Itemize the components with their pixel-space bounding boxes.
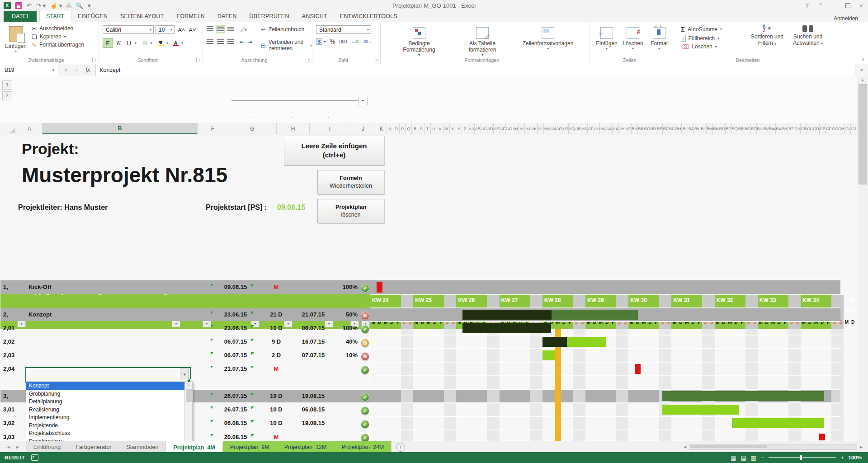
- orientation-icon[interactable]: ⤢▾: [241, 26, 247, 33]
- dropdown-item[interactable]: Projektende: [26, 422, 185, 430]
- column-header-Y[interactable]: Y: [456, 123, 462, 134]
- cell-26[interactable]: 10 D: [256, 406, 297, 413]
- column-header-AA[interactable]: AA: [468, 123, 475, 134]
- cell-22[interactable]: 2,03: [3, 352, 14, 359]
- column-header-F[interactable]: F: [198, 123, 228, 134]
- column-header-AV[interactable]: AV: [600, 123, 606, 134]
- column-header-BF[interactable]: BF: [663, 123, 669, 134]
- cell-27[interactable]: 3,02: [3, 420, 14, 426]
- zoom-in-icon[interactable]: +: [841, 455, 844, 460]
- ribbon-display-button[interactable]: ⌃: [814, 0, 827, 11]
- column-header-BW[interactable]: BW: [769, 123, 776, 134]
- column-header-BI[interactable]: BI: [682, 123, 688, 134]
- column-header-G[interactable]: G: [228, 123, 277, 134]
- horizontal-scroll-thumb[interactable]: [690, 445, 767, 448]
- cell-23[interactable]: 21.07.15: [215, 365, 256, 372]
- cell-21[interactable]: 9 D: [256, 338, 297, 345]
- normal-view-icon[interactable]: ▦: [731, 454, 736, 461]
- font-size-select[interactable]: 10▾: [156, 25, 175, 34]
- cell-21[interactable]: 06.07.15: [215, 338, 256, 345]
- column-header-I[interactable]: I: [310, 123, 350, 134]
- sheet-tab-projektplan_12m[interactable]: Projektplan_12M: [277, 441, 335, 453]
- ribbon-tab-überprüfen[interactable]: ÜBERPRÜFEN: [243, 11, 296, 22]
- cell-27[interactable]: 10 D: [256, 420, 297, 426]
- column-header-Z[interactable]: Z: [462, 123, 468, 134]
- dropdown-item[interactable]: Detailplanung: [26, 398, 185, 406]
- name-box-arrow-icon[interactable]: ▼: [52, 68, 58, 72]
- currency-icon[interactable]: $: [316, 38, 322, 45]
- column-header-CJ[interactable]: CJ: [851, 123, 857, 134]
- column-header-AC[interactable]: AC: [481, 123, 487, 134]
- paste-button[interactable]: Einfügen▾: [4, 24, 28, 60]
- quick-print-icon[interactable]: ⎙: [66, 3, 71, 9]
- cell-19[interactable]: 21 D: [256, 311, 297, 318]
- column-header-AF[interactable]: AF: [500, 123, 506, 134]
- merge-center-button[interactable]: ⊟Verbinden und zentrieren▾: [261, 39, 312, 52]
- sheet-tab-stammdaten[interactable]: Stammdaten: [119, 441, 166, 453]
- ribbon-tab-seitenlayout[interactable]: SEITENLAYOUT: [114, 11, 170, 22]
- insert-blank-row-button[interactable]: Leere Zeile einfügen(ctrl+e): [284, 136, 384, 165]
- align-top-icon[interactable]: [207, 26, 213, 32]
- sheet-tab-farbgenerator[interactable]: Farbgenerator: [68, 441, 119, 453]
- decrease-indent-icon[interactable]: ⇤: [240, 39, 244, 45]
- print-preview-icon[interactable]: 🔍: [76, 3, 83, 9]
- scroll-up-arrow-icon[interactable]: ▲: [857, 76, 868, 82]
- ribbon-tab-start[interactable]: START: [39, 11, 71, 22]
- font-dialog-launcher[interactable]: ↘: [196, 57, 201, 62]
- ribbon-tab-einfügen[interactable]: EINFÜGEN: [71, 11, 114, 22]
- cell-21[interactable]: 16.07.15: [293, 338, 334, 345]
- column-header-AP[interactable]: AP: [562, 123, 569, 134]
- cell-25[interactable]: 3,: [3, 392, 8, 399]
- italic-button[interactable]: K: [114, 38, 123, 47]
- cell-21[interactable]: 2,02: [3, 338, 14, 345]
- dropdown-item[interactable]: Projektreview: [26, 438, 185, 441]
- customize-qat-icon[interactable]: ▾: [88, 3, 91, 9]
- cell-27[interactable]: 06.08.15: [215, 420, 256, 426]
- format-as-table-button[interactable]: 🖉 Als Tabelleformatieren▾: [460, 24, 505, 61]
- font-name-select[interactable]: Calibri▾: [103, 25, 154, 34]
- insert-cells-button[interactable]: ⇦Einfügen▾: [594, 24, 619, 61]
- column-header-BD[interactable]: BD: [650, 123, 656, 134]
- column-header-BG[interactable]: BG: [669, 123, 675, 134]
- column-header-BZ[interactable]: BZ: [788, 123, 794, 134]
- cell-23[interactable]: 2,04: [3, 365, 14, 372]
- selected-cell-b19[interactable]: [25, 367, 191, 383]
- column-header-BR[interactable]: BR: [738, 123, 745, 134]
- increase-decimal-icon[interactable]: ←.0: [351, 39, 359, 44]
- column-header-CC[interactable]: CC: [807, 123, 813, 134]
- cell-17[interactable]: 100%: [330, 283, 358, 290]
- column-header-CE[interactable]: CE: [820, 123, 826, 134]
- number-dialog-launcher[interactable]: ↘: [374, 57, 379, 62]
- dropdown-scroll-thumb[interactable]: [186, 389, 192, 402]
- align-right-icon[interactable]: [227, 39, 234, 45]
- column-header-BU[interactable]: BU: [757, 123, 763, 134]
- scroll-up-icon[interactable]: ˄: [185, 382, 193, 387]
- ribbon-tab-entwicklertools[interactable]: ENTWICKLERTOOLS: [334, 11, 404, 22]
- cell-22[interactable]: 2 D: [256, 352, 297, 359]
- column-header-AE[interactable]: AE: [494, 123, 500, 134]
- clear-plan-button[interactable]: Projektplanlöschen: [317, 199, 384, 223]
- cell-20[interactable]: 23.06.15: [215, 325, 256, 331]
- column-header-CA[interactable]: CA: [794, 123, 801, 134]
- wrap-text-button[interactable]: ↩Zeilenumbruch: [261, 26, 304, 33]
- name-box[interactable]: B19▼: [0, 64, 58, 76]
- find-select-button[interactable]: Suchen und Auswählen ▾: [793, 24, 823, 46]
- expand-formula-bar-icon[interactable]: ▼: [855, 64, 868, 76]
- column-header-AG[interactable]: AG: [506, 123, 512, 134]
- column-header-Q[interactable]: Q: [406, 123, 412, 134]
- column-header-BA[interactable]: BA: [632, 123, 638, 134]
- close-button[interactable]: ×: [854, 0, 868, 11]
- cell-17[interactable]: Kick-Off: [28, 283, 52, 290]
- dropdown-scrollbar[interactable]: ˄ ˅: [184, 382, 193, 441]
- column-header-P[interactable]: P: [400, 123, 406, 134]
- column-header-X[interactable]: X: [450, 123, 456, 134]
- column-header-BL[interactable]: BL: [700, 123, 707, 134]
- page-break-view-icon[interactable]: ▥: [751, 454, 756, 461]
- column-header-AM[interactable]: AM: [544, 123, 550, 134]
- column-header-S[interactable]: S: [418, 123, 425, 134]
- cell-22[interactable]: 06.07.15: [215, 352, 256, 359]
- autosum-button[interactable]: ΣAutoSumme▾: [681, 25, 722, 33]
- delete-cells-button[interactable]: ✗Löschen▾: [621, 24, 645, 61]
- format-painter-button[interactable]: ✎Format übertragen: [32, 42, 84, 48]
- dropdown-item[interactable]: Realisierung: [26, 406, 185, 414]
